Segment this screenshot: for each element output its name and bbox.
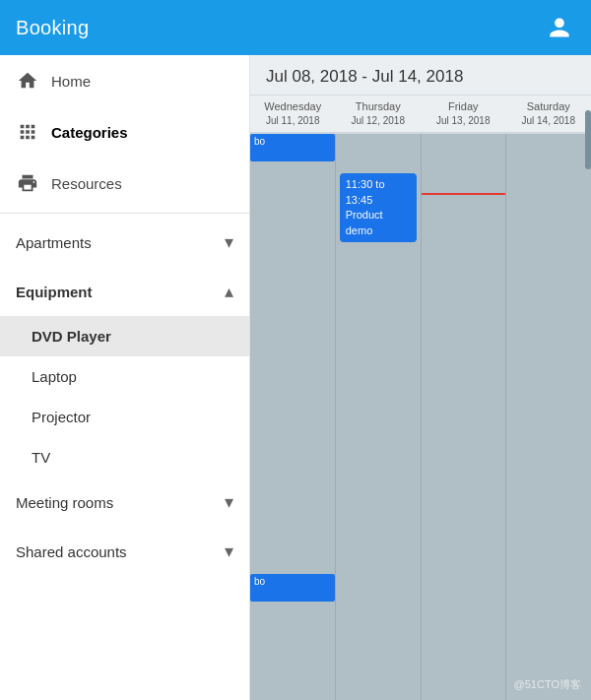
calendar-day-headers: Wednesday Jul 11, 2018 Thursday Jul 12, … bbox=[250, 95, 591, 134]
main-content: Home Categories Resources Apartments bbox=[0, 55, 591, 700]
tv-label: TV bbox=[32, 449, 50, 466]
category-apartments[interactable]: Apartments ▾ bbox=[0, 218, 249, 267]
categories-icon bbox=[16, 120, 39, 144]
scrollbar-thumb[interactable] bbox=[585, 110, 591, 169]
sidebar-item-categories[interactable]: Categories bbox=[0, 106, 249, 158]
sidebar-item-tv[interactable]: TV bbox=[0, 437, 249, 477]
app-header: Booking bbox=[0, 0, 591, 55]
category-shared-accounts-label: Shared accounts bbox=[16, 543, 127, 560]
event-stub-bottom-wed[interactable]: bo bbox=[250, 574, 335, 602]
event-time: 11:30 to 13:45 bbox=[346, 177, 411, 208]
projector-label: Projector bbox=[32, 409, 91, 425]
day-header-sat: Saturday Jul 14, 2018 bbox=[506, 95, 592, 133]
sidebar-item-dvd-player[interactable]: DVD Player bbox=[0, 316, 249, 356]
sidebar: Home Categories Resources Apartments bbox=[0, 55, 250, 700]
calendar-area: Jul 08, 2018 - Jul 14, 2018 Wednesday Ju… bbox=[250, 55, 591, 700]
current-time-indicator bbox=[422, 193, 506, 195]
event-stub-top-wed[interactable]: bo bbox=[250, 134, 335, 161]
category-equipment[interactable]: Equipment ▴ bbox=[0, 267, 249, 316]
sidebar-item-resources-label: Resources bbox=[51, 175, 122, 192]
chevron-down-icon-2: ▾ bbox=[225, 491, 233, 513]
chevron-down-icon: ▾ bbox=[225, 231, 233, 253]
calendar-body: bo bo 11:30 to 13:45 Product demo bbox=[250, 134, 591, 700]
home-icon bbox=[16, 69, 39, 93]
user-avatar[interactable] bbox=[544, 12, 575, 43]
app-title: Booking bbox=[16, 17, 89, 39]
category-meeting-rooms-label: Meeting rooms bbox=[16, 494, 113, 511]
sidebar-item-home-label: Home bbox=[51, 73, 91, 90]
category-shared-accounts[interactable]: Shared accounts ▾ bbox=[0, 527, 249, 576]
sidebar-item-categories-label: Categories bbox=[51, 124, 128, 141]
sidebar-item-resources[interactable]: Resources bbox=[0, 158, 249, 209]
sidebar-item-laptop[interactable]: Laptop bbox=[0, 356, 249, 397]
category-equipment-label: Equipment bbox=[16, 284, 93, 300]
cal-col-wednesday: bo bo bbox=[250, 134, 336, 700]
chevron-up-icon: ▴ bbox=[225, 281, 233, 302]
day-header-wed: Wednesday Jul 11, 2018 bbox=[250, 95, 336, 133]
sidebar-item-home[interactable]: Home bbox=[0, 55, 249, 106]
category-meeting-rooms[interactable]: Meeting rooms ▾ bbox=[0, 477, 249, 527]
event-title: Product demo bbox=[346, 208, 411, 238]
calendar-event[interactable]: 11:30 to 13:45 Product demo bbox=[340, 173, 417, 242]
calendar-date-range: Jul 08, 2018 - Jul 14, 2018 bbox=[250, 55, 591, 95]
cal-col-friday bbox=[422, 134, 507, 700]
watermark: @51CTO博客 bbox=[514, 677, 581, 692]
chevron-down-icon-3: ▾ bbox=[225, 541, 233, 562]
laptop-label: Laptop bbox=[32, 368, 77, 385]
resources-icon bbox=[16, 171, 39, 195]
day-header-thu: Thursday Jul 12, 2018 bbox=[336, 95, 422, 133]
cal-col-saturday bbox=[506, 134, 591, 700]
sidebar-item-projector[interactable]: Projector bbox=[0, 397, 249, 437]
sidebar-divider bbox=[0, 213, 249, 214]
cal-col-thursday: 11:30 to 13:45 Product demo bbox=[336, 134, 422, 700]
category-apartments-label: Apartments bbox=[16, 234, 92, 251]
day-header-fri: Friday Jul 13, 2018 bbox=[421, 95, 506, 133]
dvd-player-label: DVD Player bbox=[32, 328, 111, 345]
